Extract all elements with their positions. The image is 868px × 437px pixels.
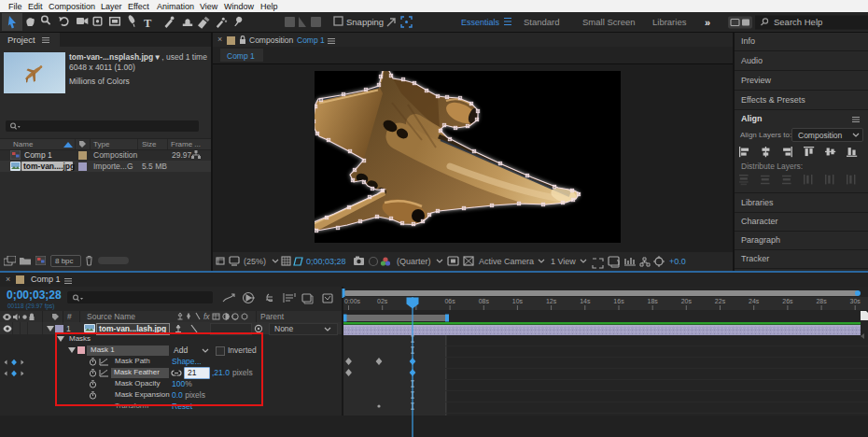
- svg-text:12s: 12s: [546, 298, 557, 304]
- svg-text:02s: 02s: [377, 298, 388, 304]
- svg-text:30s: 30s: [850, 298, 861, 304]
- svg-text:26s: 26s: [782, 298, 793, 304]
- svg-text:06s: 06s: [444, 298, 455, 304]
- svg-text:Libraries: Libraries: [652, 17, 687, 27]
- svg-text:fx: fx: [203, 312, 210, 321]
- svg-text:+0.0: +0.0: [669, 257, 686, 266]
- svg-text:14s: 14s: [580, 298, 591, 304]
- svg-text:»: »: [705, 17, 710, 28]
- svg-text:28s: 28s: [816, 298, 827, 304]
- svg-text:10s: 10s: [512, 298, 524, 304]
- svg-text:Search Help: Search Help: [774, 17, 822, 27]
- svg-text:0:00s: 0:00s: [344, 298, 361, 304]
- svg-text:20s: 20s: [681, 298, 693, 304]
- svg-text:Standard: Standard: [524, 17, 560, 27]
- svg-text:Active Camera: Active Camera: [479, 257, 534, 266]
- svg-text:Essentials: Essentials: [461, 18, 500, 27]
- svg-text:22s: 22s: [715, 298, 726, 304]
- svg-text:1 View: 1 View: [551, 257, 576, 266]
- svg-text:Snapping: Snapping: [346, 17, 384, 27]
- svg-text:(25%): (25%): [244, 257, 266, 266]
- svg-text:0;00;03;28: 0;00;03;28: [306, 257, 346, 266]
- svg-text:T: T: [144, 17, 152, 30]
- svg-text:08s: 08s: [479, 298, 490, 304]
- svg-text:24s: 24s: [749, 298, 760, 304]
- svg-text:(Quarter): (Quarter): [397, 257, 431, 266]
- svg-text:16s: 16s: [613, 298, 624, 304]
- svg-text:Small Screen: Small Screen: [582, 17, 636, 27]
- svg-text:18s: 18s: [648, 298, 659, 304]
